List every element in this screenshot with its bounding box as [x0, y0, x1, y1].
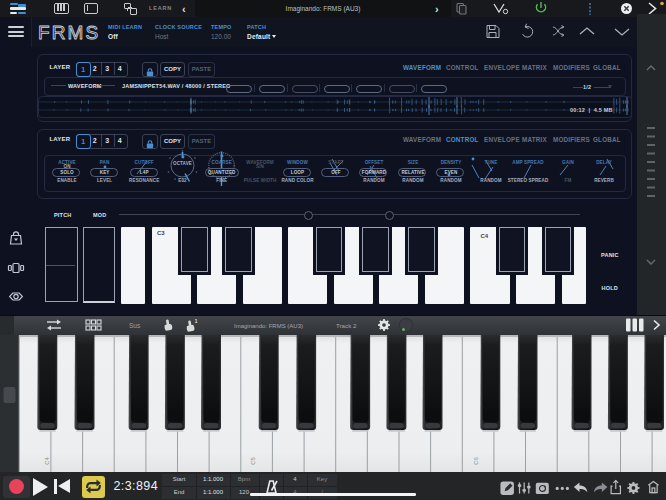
svg-text:Sus: Sus [129, 322, 141, 329]
svg-text:C6: C6 [473, 457, 479, 465]
svg-text:C5: C5 [250, 457, 256, 465]
svg-text:Track 2: Track 2 [336, 322, 357, 329]
svg-text:Imaginando: FRMS (AU3): Imaginando: FRMS (AU3) [234, 323, 303, 329]
svg-text:1: 1 [195, 318, 198, 324]
svg-text:FRMS: FRMS [38, 22, 99, 43]
svg-text:C4: C4 [44, 457, 50, 465]
